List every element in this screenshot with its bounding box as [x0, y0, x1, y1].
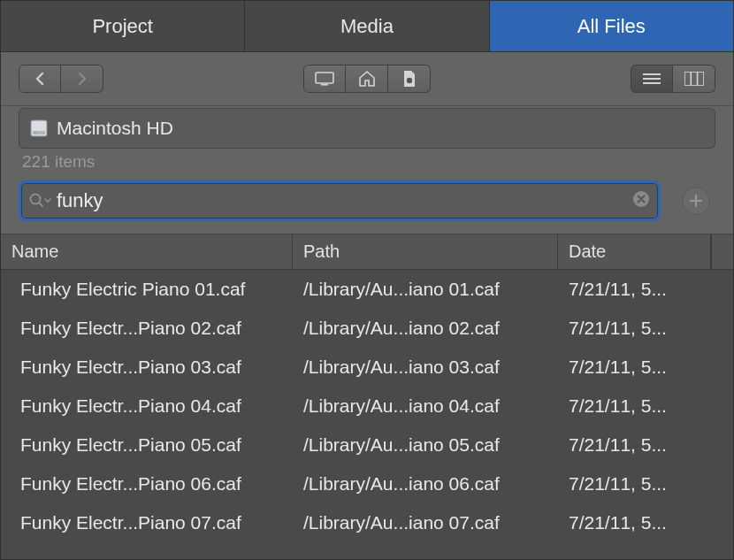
browser-tabs: Project Media All Files	[1, 1, 733, 52]
table-row[interactable]: Funky Electr...Piano 02.caf/Library/Au..…	[1, 309, 733, 348]
svg-point-2	[406, 78, 411, 83]
cell-date: 7/21/11, 5...	[558, 395, 733, 417]
search-icon	[28, 192, 51, 210]
cell-date: 7/21/11, 5...	[558, 473, 733, 495]
nav-history-group	[19, 65, 103, 93]
cell-date: 7/21/11, 5...	[558, 357, 733, 378]
cell-date: 7/21/11, 5...	[558, 434, 733, 456]
table-row[interactable]: Funky Electr...Piano 03.caf/Library/Au..…	[1, 348, 733, 387]
columns-icon	[684, 72, 704, 86]
table-header: Name Path Date	[1, 234, 733, 270]
location-shortcuts	[303, 65, 431, 93]
cell-path: /Library/Au...iano 01.caf	[293, 279, 558, 300]
view-mode-group	[631, 65, 715, 93]
document-icon	[402, 70, 417, 88]
search-input[interactable]	[57, 183, 631, 219]
chevron-left-icon	[34, 72, 45, 86]
location-label: Macintosh HD	[57, 118, 173, 139]
list-view-button[interactable]	[631, 65, 673, 93]
home-button[interactable]	[346, 65, 388, 93]
column-view-button[interactable]	[673, 65, 715, 93]
svg-rect-4	[643, 78, 661, 80]
table-row[interactable]: Funky Electr...Piano 06.caf/Library/Au..…	[1, 464, 733, 503]
results-table: Name Path Date Funky Electric Piano 01.c…	[1, 234, 733, 559]
chevron-right-icon	[77, 72, 88, 86]
cell-name: Funky Electr...Piano 07.caf	[1, 512, 293, 533]
cell-date: 7/21/11, 5...	[558, 318, 733, 339]
cell-name: Funky Electr...Piano 02.caf	[1, 318, 293, 339]
file-browser: Project Media All Files	[0, 0, 734, 560]
cell-name: Funky Electr...Piano 06.caf	[1, 473, 293, 495]
table-body: Funky Electric Piano 01.caf/Library/Au..…	[1, 270, 733, 559]
table-row[interactable]: Funky Electr...Piano 07.caf/Library/Au..…	[1, 503, 733, 542]
svg-rect-3	[643, 73, 661, 75]
back-button[interactable]	[19, 65, 61, 93]
cell-date: 7/21/11, 5...	[558, 279, 733, 300]
column-header-name[interactable]: Name	[1, 234, 293, 269]
cell-name: Funky Electr...Piano 03.caf	[1, 357, 293, 378]
computer-icon	[315, 72, 334, 86]
tab-all-files[interactable]: All Files	[490, 1, 733, 51]
cell-path: /Library/Au...iano 03.caf	[293, 357, 558, 378]
cell-path: /Library/Au...iano 02.caf	[293, 318, 558, 339]
cell-date: 7/21/11, 5...	[558, 512, 733, 533]
svg-rect-0	[316, 73, 333, 83]
tab-media[interactable]: Media	[245, 1, 489, 51]
add-filter-button[interactable]	[682, 187, 710, 215]
svg-line-13	[39, 203, 42, 206]
cell-path: /Library/Au...iano 06.caf	[293, 473, 558, 495]
cell-path: /Library/Au...iano 04.caf	[293, 395, 558, 417]
plus-icon	[689, 194, 703, 208]
column-resize-gutter[interactable]	[711, 234, 733, 269]
column-header-path[interactable]: Path	[293, 234, 558, 269]
projects-button[interactable]	[388, 65, 431, 93]
clear-search-button[interactable]	[631, 189, 651, 212]
table-row[interactable]: Funky Electr...Piano 05.caf/Library/Au..…	[1, 426, 733, 464]
tab-project[interactable]: Project	[1, 1, 245, 51]
search-row	[1, 180, 733, 234]
svg-rect-1	[321, 84, 328, 86]
svg-rect-6	[684, 72, 704, 86]
table-row[interactable]: Funky Electric Piano 01.caf/Library/Au..…	[1, 270, 733, 309]
hard-drive-icon	[28, 118, 50, 139]
cell-name: Funky Electric Piano 01.caf	[1, 279, 293, 300]
cell-path: /Library/Au...iano 05.caf	[293, 434, 558, 456]
svg-point-11	[34, 132, 36, 134]
table-row[interactable]: Funky Electr...Piano 04.caf/Library/Au..…	[1, 387, 733, 426]
forward-button[interactable]	[61, 65, 103, 93]
list-icon	[643, 73, 661, 85]
location-bar[interactable]: Macintosh HD	[19, 108, 715, 149]
search-box[interactable]	[19, 180, 661, 221]
x-circle-icon	[631, 189, 651, 209]
cell-path: /Library/Au...iano 07.caf	[293, 512, 558, 533]
home-icon	[358, 71, 376, 87]
column-header-date[interactable]: Date	[558, 234, 711, 269]
location-section: Macintosh HD 221 items	[1, 106, 733, 180]
cell-name: Funky Electr...Piano 04.caf	[1, 395, 293, 417]
svg-rect-5	[643, 82, 661, 84]
svg-rect-10	[33, 131, 45, 134]
cell-name: Funky Electr...Piano 05.caf	[1, 434, 293, 456]
computer-button[interactable]	[303, 65, 346, 93]
toolbar	[1, 52, 733, 106]
item-count-label: 221 items	[19, 149, 715, 180]
